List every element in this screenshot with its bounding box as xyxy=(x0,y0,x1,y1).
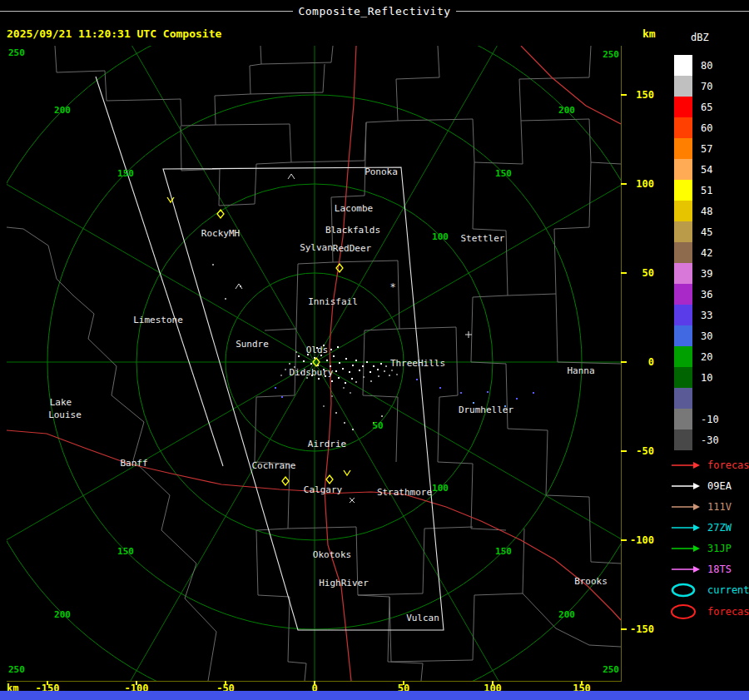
chevron-marker-icon xyxy=(344,470,350,475)
legend-label: 27ZW xyxy=(707,522,732,534)
range-label: 150 xyxy=(117,168,134,179)
colorbar-label: 54 xyxy=(701,164,712,176)
right-axis-line xyxy=(621,46,622,681)
legend-row: 31JP xyxy=(671,538,749,559)
city-label: Brooks xyxy=(574,576,608,587)
legend-label: 111V xyxy=(707,501,732,513)
city-label: Stettler xyxy=(461,233,505,244)
legend-row: 27ZW xyxy=(671,517,749,538)
color-swatch xyxy=(674,180,692,201)
city-label: Olds xyxy=(306,345,329,355)
legend-row: 09EA xyxy=(671,475,749,496)
colorbar-row: 65 xyxy=(674,97,719,117)
city-label: Airdrie xyxy=(308,439,346,449)
colorbar-row: 42 xyxy=(674,242,719,263)
city-label: ThreeHills xyxy=(390,358,445,369)
color-swatch xyxy=(674,325,692,346)
y-axis-label: 150 xyxy=(624,89,654,101)
legend-label: forecast xyxy=(707,606,749,618)
colorbar-row: 48 xyxy=(674,201,719,221)
city-label: Banff xyxy=(120,458,147,469)
city-label: Didsbury xyxy=(290,367,334,378)
colorbar-row: 51 xyxy=(674,180,719,201)
colorbar-label: 65 xyxy=(701,102,712,113)
city-label: Sundre xyxy=(236,339,269,350)
color-swatch xyxy=(674,284,692,305)
color-swatch xyxy=(674,97,692,117)
colorbar-row xyxy=(674,388,719,409)
storm-track-arrow-icon xyxy=(671,502,701,512)
color-swatch xyxy=(674,346,692,367)
y-axis-label: 100 xyxy=(624,178,654,190)
colorbar-row: -30 xyxy=(674,429,719,450)
colorbar-label: 45 xyxy=(701,226,712,238)
range-label: 250 xyxy=(603,664,619,675)
colorbar-row: 10 xyxy=(674,367,719,388)
city-label: Innisfail xyxy=(308,296,358,307)
city-label: Strathmore xyxy=(377,487,432,498)
radar-map-canvas[interactable]: 250 200 150 250 200 150 100 50 100 150 2… xyxy=(7,46,621,681)
city-label: Louise xyxy=(48,410,82,420)
range-label: 250 xyxy=(8,47,25,58)
site-diamond-icon xyxy=(282,477,289,485)
colorbar-label: 57 xyxy=(701,143,712,155)
storm-track-arrow-icon xyxy=(671,544,701,554)
city-label: Limestone xyxy=(133,315,183,325)
range-label: 200 xyxy=(54,609,71,620)
color-swatch xyxy=(674,263,692,284)
legend-row: forecast xyxy=(671,454,749,475)
city-label: Cochrane xyxy=(252,460,296,471)
forecast-cell-ellipse-icon xyxy=(671,603,701,620)
legend-label: 09EA xyxy=(707,480,732,492)
colorbar-unit-label: dBZ xyxy=(691,32,709,43)
range-label: 100 xyxy=(432,231,449,242)
city-label: Hanna xyxy=(567,365,594,376)
legend-row: forecast xyxy=(671,601,749,623)
color-swatch xyxy=(674,388,692,409)
range-label: 200 xyxy=(558,609,575,620)
color-swatch xyxy=(674,138,692,159)
color-swatch xyxy=(674,305,692,325)
colorbar-label: 20 xyxy=(701,351,712,363)
legend-label: 18TS xyxy=(707,563,732,575)
city-label: RockyMH xyxy=(201,228,240,239)
storm-track-arrow-icon xyxy=(671,564,701,574)
colorbar-row: 45 xyxy=(674,221,719,242)
colorbar-label: -30 xyxy=(701,434,719,446)
storm-track-arrow-icon xyxy=(671,523,701,533)
range-label: 100 xyxy=(432,483,449,494)
city-label: Okotoks xyxy=(313,549,351,560)
colorbar-row: 57 xyxy=(674,138,719,159)
range-label: 200 xyxy=(54,105,71,116)
colorbar-label: 60 xyxy=(701,122,712,134)
legend-row: current xyxy=(671,579,749,601)
range-label: 200 xyxy=(558,105,575,116)
city-label: HighRiver xyxy=(319,578,369,588)
colorbar-label: 33 xyxy=(701,310,712,321)
colorbar-label: 70 xyxy=(701,81,712,92)
city-label: Drumheller xyxy=(459,405,514,415)
colorbar-row: 60 xyxy=(674,117,719,138)
y-axis-label: 50 xyxy=(624,267,654,279)
horizontal-scrollbar[interactable] xyxy=(0,691,749,700)
city-label: Lacombe xyxy=(335,203,373,214)
radar-coverage-outline xyxy=(96,77,444,630)
legend-label: current xyxy=(707,584,749,596)
misc-station-marks: * xyxy=(236,174,472,503)
legend-label: forecast xyxy=(707,459,749,471)
colorbar-label: -10 xyxy=(701,414,719,425)
legend-row: 111V xyxy=(671,496,749,517)
plus-marker-icon xyxy=(465,331,472,338)
right-axis-unit-label: km xyxy=(642,27,656,40)
city-label: RedDeer xyxy=(333,243,372,254)
asterisk-marker-icon: * xyxy=(389,281,395,293)
city-label: Sylvan xyxy=(300,242,333,253)
colorbar-label: 36 xyxy=(701,289,712,300)
forecast-arrow-icon xyxy=(671,460,701,470)
colorbar-row: 54 xyxy=(674,159,719,180)
color-swatch xyxy=(674,242,692,263)
color-swatch xyxy=(674,55,692,76)
colorbar-label: 80 xyxy=(701,60,712,72)
window-title: Composite_Reflectivity xyxy=(0,5,749,17)
color-swatch xyxy=(674,221,692,242)
